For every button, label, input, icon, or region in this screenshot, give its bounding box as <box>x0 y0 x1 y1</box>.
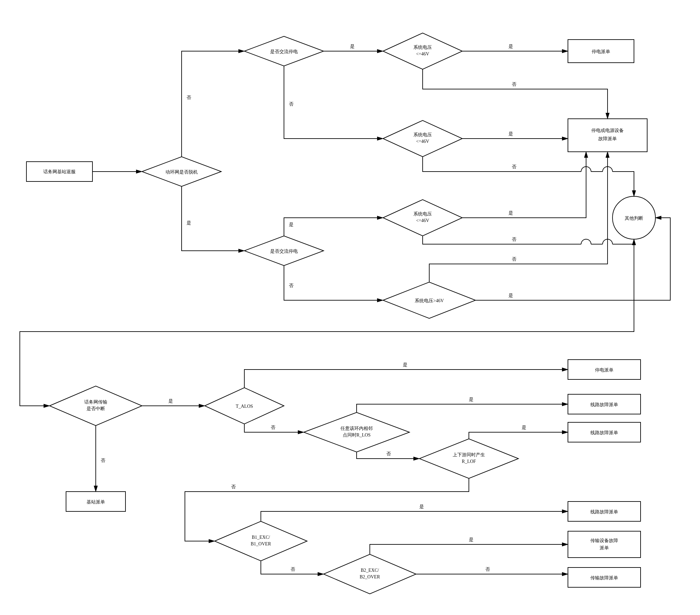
label-no: 否 <box>101 458 105 463</box>
label-yes: 是 <box>350 44 354 49</box>
decision-rlos-text1: 任意该环内相邻 <box>340 426 373 431</box>
decision-ac-bottom-text: 是否交流停电 <box>270 249 298 254</box>
arrow <box>244 370 568 388</box>
label-yes: 是 <box>509 293 513 298</box>
outcome-tf-text: 传输故障派单 <box>590 575 618 580</box>
label-yes: 是 <box>522 425 526 430</box>
label-no: 否 <box>271 425 275 430</box>
decision-ac-top-text: 是否交流停电 <box>270 49 298 54</box>
line <box>423 236 581 244</box>
decision-offline-text: 动环网是否脱机 <box>165 170 198 175</box>
label-yes: 是 <box>419 504 424 509</box>
voltage-d-text: 系统电压>46V <box>415 298 444 303</box>
label-yes: 是 <box>509 210 513 216</box>
arrow <box>185 478 469 541</box>
label-no: 否 <box>231 484 236 489</box>
label-no: 否 <box>289 283 293 288</box>
outcome-base-text: 基站派单 <box>87 500 105 504</box>
label-yes: 是 <box>187 220 191 225</box>
label-no: 否 <box>187 95 191 100</box>
outcome-pe-text2: 故障派单 <box>598 136 617 141</box>
outcome-trans-equipment <box>568 531 640 558</box>
decision-rlof <box>419 439 518 478</box>
decision-rlos-text2: 点同时R_LOS <box>343 433 371 437</box>
outcome-te-text1: 传输设备故障 <box>590 538 618 543</box>
arrow <box>469 432 568 439</box>
voltage-a-text1: 系统电压 <box>413 45 432 50</box>
label-no: 否 <box>512 82 516 87</box>
label-no: 否 <box>290 567 295 572</box>
decision-transmission <box>50 386 142 426</box>
label-yes: 是 <box>469 537 474 542</box>
outcome-power-text: 停电派单 <box>592 49 610 54</box>
arrow <box>284 266 383 300</box>
decision-rlos <box>304 412 410 452</box>
decision-b1-text1: B1_EXC/ <box>252 535 270 540</box>
arrow <box>182 187 244 251</box>
label-no: 否 <box>386 451 391 456</box>
arrow <box>182 51 244 157</box>
decision-rlof-text2: R_LOF <box>462 459 476 464</box>
outcome-line1-text: 线路故障派单 <box>590 402 618 407</box>
label-no: 否 <box>485 567 490 572</box>
decision-b1 <box>215 521 307 561</box>
voltage-b-text1: 系统电压 <box>413 132 432 137</box>
decision-b2 <box>324 554 416 594</box>
voltage-c-text2: <=46V <box>416 218 429 223</box>
outcome-power2-text: 停电派单 <box>595 368 613 372</box>
decision-trans-text1: 话务网传输 <box>84 399 107 405</box>
label-yes: 是 <box>469 397 474 402</box>
arrow <box>612 239 634 244</box>
decision-b1-text2: B1_OVER <box>251 541 271 546</box>
outcome-te-text2: 派单 <box>600 546 609 550</box>
decision-voltage-c <box>383 200 462 236</box>
label-yes: 是 <box>168 399 173 403</box>
arrow <box>462 152 586 218</box>
hop-arc <box>581 239 591 244</box>
label-no: 否 <box>512 257 516 261</box>
label-no: 否 <box>512 237 516 242</box>
arrow <box>261 511 568 521</box>
outcome-other-text: 其他判断 <box>625 216 643 221</box>
outcome-line2-text: 线路故障派单 <box>590 430 618 435</box>
decision-rlof-text1: 上下游同时产生 <box>453 452 485 457</box>
voltage-c-text1: 系统电压 <box>413 212 432 216</box>
label-no: 否 <box>289 102 293 106</box>
outcome-pe-text1: 停电或电源设备 <box>591 128 624 133</box>
arrow <box>357 404 568 412</box>
decision-b2-text1: B2_EXC/ <box>361 568 379 573</box>
decision-voltage-a <box>383 33 462 69</box>
decision-talos-text: T_ALOS <box>236 404 253 409</box>
label-yes: 是 <box>509 131 513 136</box>
outcome-line3-text: 线路故障派单 <box>590 510 618 514</box>
voltage-a-text2: <=46V <box>416 51 429 56</box>
arrow <box>423 69 608 119</box>
label-yes: 是 <box>403 362 408 367</box>
decision-voltage-b <box>383 120 462 157</box>
label-no: 否 <box>512 164 516 169</box>
decision-trans-text2: 是否中断 <box>87 406 105 411</box>
arrow <box>284 66 383 139</box>
label-yes: 是 <box>289 222 293 227</box>
label-yes: 是 <box>509 44 513 49</box>
arrow <box>284 218 383 236</box>
decision-b2-text2: B2_OVER <box>360 574 380 579</box>
arrow <box>370 544 568 554</box>
voltage-b-text2: <=46V <box>416 139 429 144</box>
line <box>423 157 581 171</box>
arrow <box>612 171 634 196</box>
outcome-power-equipment <box>568 119 647 152</box>
start-text: 话务网基站退服 <box>43 169 76 174</box>
